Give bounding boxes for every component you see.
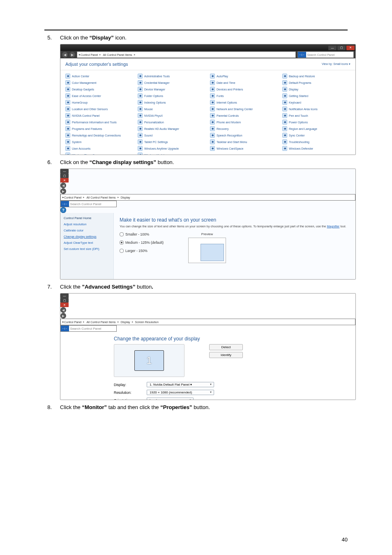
nav-fwd-icon[interactable]: ▶ [60, 313, 66, 319]
cp-item[interactable]: ◆Keyboard [282, 100, 350, 105]
cp-item[interactable]: ◆Realtek HD Audio Manager [138, 126, 206, 131]
cp-item[interactable]: ◆Sound [138, 133, 206, 138]
cp-item[interactable]: ◆Speech Recognition [210, 133, 278, 138]
window-min-button[interactable]: — [60, 169, 69, 173]
detect-button[interactable]: Detect [209, 344, 243, 350]
radio-larger[interactable]: Larger - 150% [120, 249, 164, 253]
cp-item-icon: ◆ [138, 120, 143, 125]
window-close-button[interactable]: ✕ [60, 303, 69, 307]
breadcrumb[interactable]: ▸ Control Panel▸ All Control Panel Items… [60, 194, 355, 201]
window-max-button[interactable]: ▢ [337, 46, 346, 50]
sidebar-custom-dpi[interactable]: Set custom text size (DPI) [64, 247, 110, 251]
cp-item[interactable]: ◆Performance Information and Tools [65, 120, 134, 125]
cp-item[interactable]: ◆Color Management [65, 80, 134, 85]
address-bar: ◀ ▶ ▸ Control Panel▸ All Control Panel I… [60, 307, 355, 332]
cp-item-icon: ◆ [210, 74, 215, 79]
cp-item[interactable]: ◆Windows CardSpace [210, 146, 278, 151]
cp-item[interactable]: ◆Tablet PC Settings [138, 139, 206, 144]
cp-item[interactable]: ◆Ease of Access Center [65, 93, 134, 98]
cp-item[interactable]: ◆Programs and Features [65, 126, 134, 131]
window-min-button[interactable]: — [60, 294, 69, 298]
cp-item[interactable]: ◆Parental Controls [210, 113, 278, 118]
cp-item[interactable]: ◆Location and Other Sensors [65, 106, 134, 111]
search-input[interactable]: ←|→ Search Control Panel [60, 201, 117, 207]
sidebar-home[interactable]: Control Panel Home [64, 216, 110, 220]
cp-item[interactable]: ◆Windows Firewall [65, 153, 134, 155]
sidebar-cleartype[interactable]: Adjust ClearType text [64, 241, 110, 245]
cp-item[interactable]: ◆Action Center [65, 74, 134, 79]
display-label: Display: [114, 383, 143, 387]
cp-item-label: Action Center [72, 75, 89, 78]
cp-item[interactable]: ◆Windows Anytime Upgrade [138, 146, 206, 151]
nav-fwd-icon[interactable]: ▶ [60, 188, 66, 194]
cp-item[interactable]: ◆Desktop Gadgets [65, 87, 134, 92]
cp-item[interactable]: ◆RemoteApp and Desktop Connections [65, 133, 134, 138]
cp-viewby[interactable]: View by: Small icons ▾ [322, 62, 350, 66]
window-max-button[interactable]: ▢ [60, 298, 69, 303]
cp-item[interactable]: ◆Indexing Options [138, 100, 206, 105]
cp-item[interactable]: ◆Sync Center [282, 133, 350, 138]
cp-item[interactable]: ◆Taskbar and Start Menu [210, 139, 278, 144]
nav-fwd-icon[interactable]: ▶ [69, 52, 75, 58]
cp-item[interactable]: ◆Default Programs [282, 80, 350, 85]
cp-item-icon: ◆ [65, 146, 70, 151]
cp-item[interactable]: ◆System [65, 139, 134, 144]
nav-back-icon[interactable]: ◀ [62, 52, 68, 58]
cp-item[interactable]: ◆Fonts [210, 93, 278, 98]
cp-item[interactable]: ◆Troubleshooting [282, 139, 350, 144]
cp-item[interactable]: ◆Internet Options [210, 100, 278, 105]
cp-item[interactable]: ◆Date and Time [210, 80, 278, 85]
cp-item[interactable]: ◆Windows Defender [282, 146, 350, 151]
cp-item[interactable]: ◆Windows Update [138, 153, 206, 155]
cp-item[interactable]: ◆AutoPlay [210, 74, 278, 79]
cp-item[interactable]: ◆Folder Options [138, 93, 206, 98]
cp-item[interactable]: ◆NVIDIA Control Panel [65, 113, 134, 118]
cp-item[interactable]: ◆Network and Sharing Center [210, 106, 278, 111]
cp-item-icon: ◆ [210, 139, 215, 144]
magnifier-link[interactable]: Magnifier [327, 224, 339, 228]
window-max-button[interactable]: ▢ [60, 173, 69, 178]
nav-back-icon[interactable]: ◀ [60, 307, 66, 313]
breadcrumb[interactable]: ▸ Control Panel▸ All Control Panel Items… [60, 319, 355, 325]
cp-item[interactable]: ◆Phone and Modem [210, 120, 278, 125]
cp-item[interactable]: ◆Region and Language [282, 126, 350, 131]
breadcrumb[interactable]: ▸ Control Panel▸ All Control Panel Items… [77, 51, 296, 58]
cp-item[interactable]: ◆Credential Manager [138, 80, 206, 85]
cp-item[interactable]: ◆Devices and Printers [210, 87, 278, 92]
cp-item[interactable]: ◆Power Options [282, 120, 350, 125]
sidebar-adjust-resolution[interactable]: Adjust resolution [64, 222, 110, 226]
cp-item[interactable]: ◆Pen and Touch [282, 113, 350, 118]
cp-item[interactable]: ◆Getting Started [282, 93, 350, 98]
search-input[interactable]: ←|→ Search Control Panel [60, 325, 117, 332]
search-input[interactable]: ←|→ Search Control Panel [297, 51, 354, 58]
window-close-button[interactable]: ✕ [346, 46, 355, 50]
cp-item[interactable]: ◆Administrative Tools [138, 74, 206, 79]
radio-medium[interactable]: Medium - 125% (default) [120, 240, 164, 245]
cp-item-label: Parental Controls [217, 114, 239, 117]
resolution-combobox[interactable]: 1920 × 1080 (recommended) [147, 390, 214, 395]
identify-button[interactable]: Identify [209, 352, 243, 358]
cp-item[interactable]: ◆NVIDIA PhysX [138, 113, 206, 118]
display-combobox[interactable]: 1. Nvidia Default Flat Panel ▾ [147, 382, 214, 387]
cp-item[interactable]: ◆Recovery [210, 126, 278, 131]
cp-item[interactable]: ◆Notification Area Icons [282, 106, 350, 111]
orientation-combobox[interactable]: Landscape [147, 398, 194, 400]
radio-smaller[interactable]: Smaller - 100% [120, 232, 164, 236]
window-close-button[interactable]: ✕ [60, 178, 69, 183]
cp-item[interactable]: ◆Display [282, 87, 350, 92]
cp-item[interactable]: ◆Mouse [138, 106, 206, 111]
cp-item[interactable]: ◆Personalization [138, 120, 206, 125]
monitor-1-icon[interactable]: 1 [134, 350, 164, 371]
cp-item[interactable]: ◆HomeGroup [65, 100, 134, 105]
cp-item-icon: ◆ [138, 80, 143, 85]
cp-item[interactable]: ◆Device Manager [138, 87, 206, 92]
nav-back-icon[interactable]: ◀ [60, 183, 66, 188]
sidebar-change-display-settings[interactable]: Change display settings [64, 235, 110, 238]
help-icon[interactable]: ? [60, 207, 66, 213]
window-min-button[interactable]: — [328, 46, 337, 50]
cp-item[interactable]: ◆Backup and Restore [282, 74, 350, 79]
sidebar-calibrate-color[interactable]: Calibrate color [64, 229, 110, 232]
cp-item[interactable]: ◆User Accounts [65, 146, 134, 151]
cp-item-label: Power Options [289, 121, 308, 124]
cp-item-icon: ◆ [210, 113, 215, 118]
